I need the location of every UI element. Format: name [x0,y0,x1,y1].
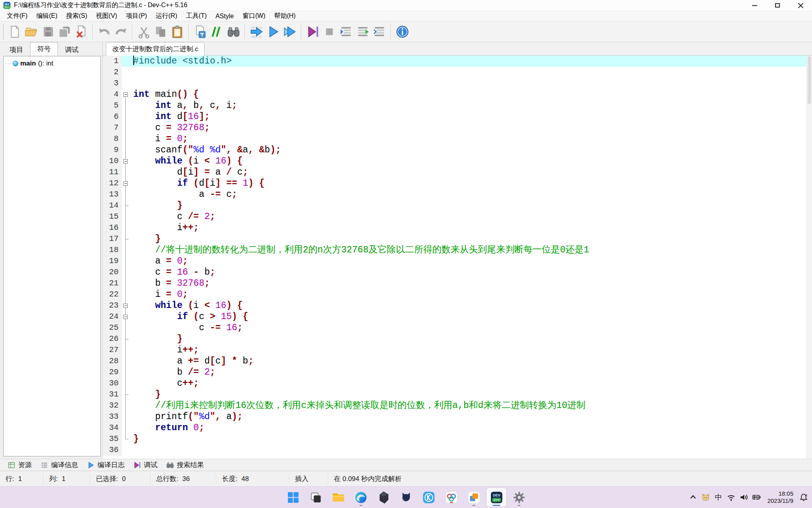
code-line-20[interactable]: 20 c = 16 - b; [103,267,807,278]
fold-margin[interactable] [122,178,130,189]
fold-toggle-icon[interactable] [123,304,128,308]
code-line-35[interactable]: 35} [103,433,807,444]
fold-margin[interactable] [122,311,130,322]
fold-margin[interactable] [122,300,130,311]
code-area[interactable]: 1#include <stdio.h>234int main() {5 int … [103,56,807,459]
menu-edit[interactable]: 编辑(E) [32,11,61,21]
pet-widget-icon[interactable] [700,492,711,503]
insert-button[interactable] [192,23,209,40]
editor-scrollbar[interactable] [806,56,812,459]
taskbar-task-view[interactable] [306,488,326,507]
code-line-22[interactable]: 22 i = 0; [103,289,807,300]
profile-analysis-button[interactable] [338,23,354,40]
menu-window[interactable]: 窗口(W) [238,11,270,21]
menu-astyle[interactable]: AStyle [211,11,238,21]
scrollbar-thumb[interactable] [808,56,811,104]
taskbar-clock[interactable]: 18:052023/11/9 [767,490,793,504]
code-line-13[interactable]: 13 a -= c; [103,189,807,200]
menu-view[interactable]: 视图(V) [92,11,121,21]
code-line-11[interactable]: 11 d[i] = a / c; [103,167,807,178]
battery-icon[interactable] [751,492,762,503]
panel-tab-symbols[interactable]: 符号 [30,42,58,56]
code-line-30[interactable]: 30 c++; [103,378,807,389]
taskbar-settings[interactable] [509,488,529,507]
debug-button[interactable] [304,23,321,40]
taskbar-kook-app[interactable] [419,488,439,507]
close-file-button[interactable] [73,23,90,40]
toggle-comment-button[interactable] [209,23,225,40]
panel-tab-debug[interactable]: 调试 [58,44,86,56]
code-line-7[interactable]: 7 c = 32768; [103,122,807,133]
menu-tools[interactable]: 工具(T) [182,11,211,21]
code-line-19[interactable]: 19 a = 0; [103,256,807,267]
fold-margin[interactable] [122,156,130,167]
paste-button[interactable] [169,23,186,40]
taskbar-gem-app[interactable] [373,488,393,507]
menu-search[interactable]: 搜索(S) [62,11,92,21]
bottom-tab-search-results[interactable]: 搜索结果 [162,459,208,471]
code-line-24[interactable]: 24 if (c > 15) { [103,311,807,322]
compile-and-run-button[interactable] [282,23,298,40]
taskbar-cat-app[interactable] [396,488,416,507]
taskbar-start-button[interactable] [283,488,303,507]
goto-profiling-button[interactable] [371,23,388,40]
wifi-icon[interactable] [726,492,736,503]
code-line-21[interactable]: 21 b = 32768; [103,278,807,289]
code-line-29[interactable]: 29 b /= 2; [103,367,807,378]
menu-help[interactable]: 帮助(H) [270,11,300,21]
fold-margin[interactable] [122,89,130,100]
bottom-tab-compile-log[interactable]: 编译日志 [82,459,129,471]
notifications-icon[interactable]: z [798,492,809,503]
find-button[interactable] [225,23,242,40]
code-line-4[interactable]: 4int main() { [103,89,807,100]
code-line-28[interactable]: 28 a += d[c] * b; [103,356,807,367]
taskbar-vmware[interactable] [464,488,484,507]
code-line-32[interactable]: 32 //利用i来控制判断16次位数，利用c来掉头和调整读取是时的位数，利用a,… [103,400,807,411]
bottom-tab-compile-info[interactable]: 编译信息 [36,459,82,471]
maximize-button[interactable] [766,0,789,11]
code-line-8[interactable]: 8 i = 0; [103,133,807,144]
code-line-14[interactable]: 14 } [103,200,807,211]
fold-toggle-icon[interactable] [123,315,128,319]
tree-item-main[interactable]: main (): int [5,60,99,67]
code-line-16[interactable]: 16 i++; [103,222,807,233]
code-line-26[interactable]: 26 } [103,333,807,344]
code-line-9[interactable]: 9 scanf("%d %d", &a, &b); [103,144,807,156]
code-line-5[interactable]: 5 int a, b, c, i; [103,100,807,111]
code-line-34[interactable]: 34 return 0; [103,422,807,433]
code-line-17[interactable]: 17 } [103,233,807,244]
code-line-18[interactable]: 18 //将十进制的数转化为二进制，利用2的n次方32768及它除以二所得的数来… [103,244,807,256]
fold-toggle-icon[interactable] [123,159,128,164]
taskbar-microsoft-edge[interactable] [351,488,371,507]
fold-toggle-icon[interactable] [123,181,128,186]
code-line-6[interactable]: 6 int d[16]; [103,111,807,122]
menu-run[interactable]: 运行(R) [151,11,182,21]
bottom-tab-resources[interactable]: 资源 [3,459,36,471]
code-line-33[interactable]: 33 printf("%d", a); [103,411,807,422]
code-line-23[interactable]: 23 while (i < 16) { [103,300,807,311]
code-line-3[interactable]: 3 [103,78,807,89]
code-line-25[interactable]: 25 c -= 16; [103,322,807,333]
compile-button[interactable]: 1010 101001 01 [248,23,265,40]
code-line-12[interactable]: 12 if (d[i] == 1) { [103,178,807,189]
code-line-27[interactable]: 27 i++; [103,344,807,356]
profiling-log-button[interactable] [354,23,371,40]
code-line-10[interactable]: 10 while (i < 16) { [103,156,807,167]
menu-project[interactable]: 项目(P) [121,11,151,21]
taskbar-circles-app[interactable] [441,488,461,507]
menu-file[interactable]: 文件(F) [2,11,32,21]
open-file-button[interactable] [23,23,40,40]
editor-tab[interactable]: 改变十进制数背后的二进制.c [106,42,205,56]
code-line-36[interactable]: 36 [103,444,807,456]
code-line-2[interactable]: 2 [103,67,807,78]
run-button[interactable] [265,23,282,40]
panel-tab-project[interactable]: 项目 [2,44,30,56]
taskbar-file-explorer[interactable] [328,488,348,507]
fold-toggle-icon[interactable] [123,92,128,97]
taskbar-dev-cpp[interactable]: DEVC++ [486,488,506,507]
close-button[interactable] [789,0,812,11]
ime-indicator[interactable]: 中 [713,493,724,502]
new-file-button[interactable] [6,23,23,40]
minimize-button[interactable] [743,0,766,11]
bottom-tab-debug-tab[interactable]: 调试 [129,459,162,471]
